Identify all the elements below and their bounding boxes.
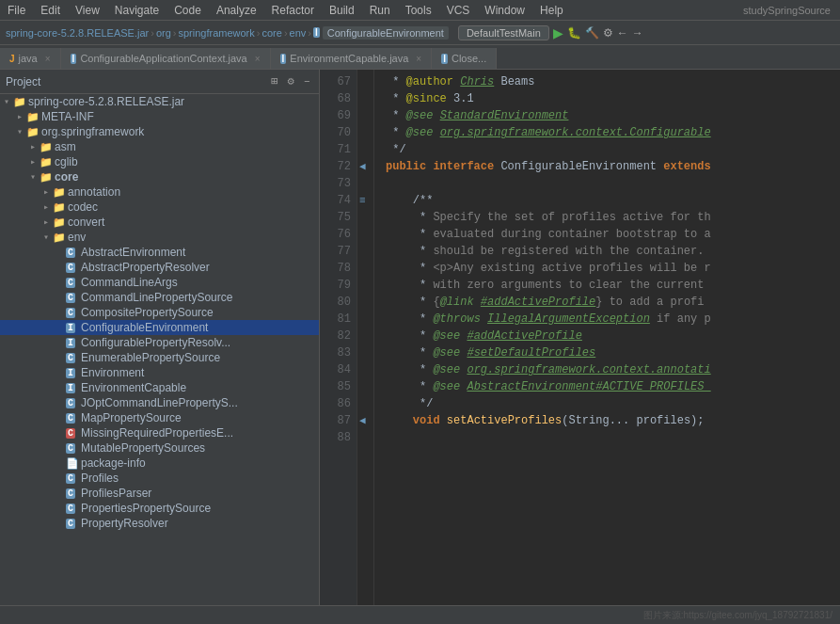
- tab-java-close[interactable]: ×: [45, 54, 51, 64]
- tree-item-codec[interactable]: ▸📁codec: [0, 200, 319, 215]
- tree-item-package-info[interactable]: 📄package-info: [0, 456, 319, 471]
- menu-vcs[interactable]: VCS: [439, 2, 478, 19]
- line-num-71: 71: [324, 141, 351, 158]
- breadcrumb-class-name[interactable]: ConfigurableEnvironment: [323, 26, 449, 40]
- sidebar-title: Project: [6, 75, 264, 88]
- code-scroll-area[interactable]: 6768697071727374757677787980818283848586…: [320, 70, 840, 624]
- tree-item-abstract-prop-resolver[interactable]: CAbstractPropertyResolver: [0, 260, 319, 275]
- forward-button[interactable]: →: [632, 26, 643, 40]
- tree-item-composite-prop-source[interactable]: CCompositePropertySource: [0, 305, 319, 320]
- run-config-select[interactable]: DefaultTestMain: [458, 25, 549, 40]
- line-num-83: 83: [324, 344, 351, 361]
- breadcrumb-env[interactable]: env: [290, 27, 307, 39]
- breadcrumb-jar[interactable]: spring-core-5.2.8.RELEASE.jar: [6, 27, 149, 39]
- tab-java[interactable]: J java ×: [0, 48, 61, 69]
- tree-item-org-sf[interactable]: ▾📁org.springframework: [0, 124, 319, 139]
- tree-item-env-capable[interactable]: IEnvironmentCapable: [0, 380, 319, 395]
- run-button[interactable]: ▶: [553, 25, 563, 40]
- code-line-75: * Specify the set of profiles active for…: [386, 209, 829, 226]
- tree-item-asm[interactable]: ▸📁asm: [0, 139, 319, 154]
- tree-item-missing-required-props[interactable]: CMissingRequiredPropertiesE...: [0, 425, 319, 440]
- tree-item-annotation[interactable]: ▸📁annotation: [0, 184, 319, 200]
- menu-refactor[interactable]: Refactor: [264, 2, 322, 19]
- line-num-68: 68: [324, 90, 351, 107]
- menu-navigate[interactable]: Navigate: [107, 2, 166, 19]
- line-num-88: 88: [324, 429, 351, 446]
- tree-item-abstract-env[interactable]: CAbstractEnvironment: [0, 245, 319, 260]
- tree-label-composite-prop-source: CompositePropertySource: [81, 306, 214, 319]
- sidebar-layout-btn[interactable]: ⊞: [268, 73, 280, 89]
- menu-window[interactable]: Window: [477, 2, 532, 19]
- tree-item-cmdline-args[interactable]: CCommandLineArgs: [0, 275, 319, 290]
- breadcrumb-springframework[interactable]: springframework: [178, 27, 254, 39]
- tree-item-jopt-cmdline[interactable]: CJOptCommandLinePropertyS...: [0, 395, 319, 410]
- tree-label-abstract-prop-resolver: AbstractPropertyResolver: [81, 261, 210, 274]
- gutter-77: [359, 243, 372, 260]
- tree-item-mutable-prop-sources[interactable]: CMutablePropertySources: [0, 440, 319, 456]
- tree-item-cmdline-prop-source[interactable]: CCommandLinePropertySource: [0, 290, 319, 305]
- tree-item-env[interactable]: ▾📁env: [0, 230, 319, 245]
- tab-close-label: Close...: [452, 53, 486, 64]
- tree-item-convert[interactable]: ▸📁convert: [0, 215, 319, 230]
- code-editor: 6768697071727374757677787980818283848586…: [320, 70, 840, 624]
- menu-edit[interactable]: Edit: [33, 2, 68, 19]
- sidebar-gear-btn[interactable]: ⚙: [285, 73, 297, 89]
- tree-item-property-resolver[interactable]: CPropertyResolver: [0, 516, 319, 531]
- code-content[interactable]: * @author Chris Beams * @since 3.1 * @se…: [374, 70, 840, 624]
- tree-item-map-prop-source[interactable]: CMapPropertySource: [0, 410, 319, 425]
- tree-item-configurable-prop-resolver[interactable]: IConfigurablePropertyResolv...: [0, 335, 319, 350]
- tab-env-capable-close[interactable]: ×: [416, 54, 421, 64]
- back-button[interactable]: ←: [617, 26, 628, 40]
- tab-env-capable[interactable]: I EnvironmentCapable.java ×: [271, 48, 433, 69]
- tab-close[interactable]: I Close...: [432, 48, 497, 69]
- tree-item-profiles[interactable]: CProfiles: [0, 471, 319, 486]
- menu-file[interactable]: File: [0, 2, 33, 19]
- build-button[interactable]: 🔨: [585, 26, 599, 40]
- tree-item-cglib[interactable]: ▸📁cglib: [0, 154, 319, 169]
- settings-button[interactable]: ⚙: [603, 26, 613, 40]
- menu-build[interactable]: Build: [322, 2, 362, 19]
- breadcrumb-class: I ConfigurableEnvironment: [313, 26, 449, 40]
- tab-env-capable-label: EnvironmentCapable.java: [290, 53, 408, 64]
- line-num-73: 73: [324, 175, 351, 192]
- menu-help[interactable]: Help: [532, 2, 571, 19]
- gutter-75: [359, 209, 372, 226]
- tree-label-configurable-prop-resolver: ConfigurablePropertyResolv...: [81, 336, 230, 349]
- sidebar-minimize-btn[interactable]: –: [301, 74, 313, 89]
- tree-item-profiles-parser[interactable]: CProfilesParser: [0, 486, 319, 501]
- tree-item-environment[interactable]: IEnvironment: [0, 365, 319, 380]
- tree-icon-jopt-cmdline: C: [66, 397, 81, 408]
- tree-item-properties-prop-source[interactable]: CPropertiesPropertySource: [0, 501, 319, 516]
- tree-item-core[interactable]: ▾📁core: [0, 169, 319, 184]
- gutter-83: [359, 344, 372, 361]
- menu-analyze[interactable]: Analyze: [209, 2, 264, 19]
- gutter-78: [359, 260, 372, 277]
- menu-run[interactable]: Run: [362, 2, 398, 19]
- tree-icon-cglib: 📁: [40, 156, 55, 168]
- line-num-69: 69: [324, 107, 351, 124]
- tree-icon-env-capable: I: [66, 382, 81, 393]
- tree-item-jar[interactable]: ▾📁spring-core-5.2.8.RELEASE.jar: [0, 94, 319, 109]
- tree-item-configurable-env[interactable]: IConfigurableEnvironment: [0, 320, 319, 335]
- line-num-85: 85: [324, 378, 351, 395]
- debug-button[interactable]: 🐛: [567, 26, 581, 40]
- tab-configurable-app-ctx[interactable]: I ConfigurableApplicationContext.java ×: [61, 48, 271, 69]
- code-line-88: [386, 429, 829, 446]
- tree-icon-env: 📁: [53, 232, 68, 244]
- menu-code[interactable]: Code: [166, 2, 209, 19]
- menu-tools[interactable]: Tools: [398, 2, 439, 19]
- code-line-73: [386, 175, 829, 192]
- breadcrumb-core[interactable]: core: [262, 27, 281, 39]
- app-title: studySpringSource: [736, 3, 840, 18]
- tree-icon-properties-prop-source: C: [66, 503, 81, 514]
- gutter-76: [359, 226, 372, 243]
- breadcrumb-org[interactable]: org: [156, 27, 171, 39]
- code-line-68: * @since 3.1: [386, 90, 829, 107]
- tab-configurable-app-close[interactable]: ×: [255, 54, 261, 64]
- breadcrumb-class-icon: I: [313, 27, 320, 38]
- line-num-74: 74: [324, 192, 351, 209]
- tree-item-enumerable-prop-source[interactable]: CEnumerablePropertySource: [0, 350, 319, 365]
- tree-label-package-info: package-info: [81, 456, 146, 470]
- menu-view[interactable]: View: [68, 2, 107, 19]
- tree-item-meta-inf[interactable]: ▸📁META-INF: [0, 109, 319, 124]
